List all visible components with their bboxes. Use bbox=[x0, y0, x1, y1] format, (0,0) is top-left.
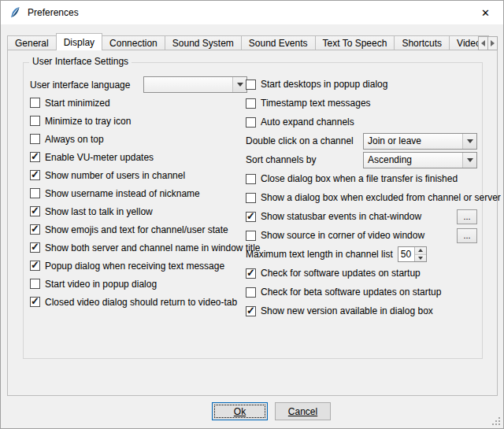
tab-label: Video bbox=[457, 38, 480, 49]
spin-down-icon[interactable] bbox=[415, 255, 426, 262]
checkbox[interactable] bbox=[30, 134, 40, 144]
checkbox-label: Closed video dialog should return to vid… bbox=[45, 297, 237, 308]
resize-grip[interactable] bbox=[491, 416, 501, 426]
checkbox-label: Start minimized bbox=[45, 98, 110, 109]
checkbox-row: Auto expand channels bbox=[246, 113, 477, 131]
group-title: User Interface Settings bbox=[29, 56, 132, 67]
checkbox-row: Start video in popup dialog bbox=[30, 275, 247, 293]
checkbox[interactable] bbox=[30, 261, 40, 271]
checkbox[interactable] bbox=[246, 268, 256, 279]
checkbox[interactable] bbox=[246, 98, 256, 109]
checkbox-label: Start video in popup dialog bbox=[45, 279, 157, 290]
checkbox-label: Check for software updates on startup bbox=[261, 268, 421, 279]
checkbox-row: Check for beta software updates on start… bbox=[246, 283, 477, 301]
checkbox-row: Show new version available in dialog box bbox=[246, 301, 477, 320]
checkbox[interactable] bbox=[30, 297, 40, 307]
sort-channels-combo[interactable]: Ascending bbox=[363, 152, 477, 168]
tab-label: Text To Speech bbox=[323, 38, 387, 49]
checkbox-label: Show username instead of nickname bbox=[45, 188, 200, 199]
checkbox-row: Show emojis and text for channel/user st… bbox=[30, 220, 247, 239]
checkbox[interactable] bbox=[30, 116, 40, 126]
tab-label: Sound System bbox=[172, 38, 234, 49]
checkbox[interactable] bbox=[246, 193, 256, 203]
left-column: User interface language Start minimized bbox=[30, 76, 247, 311]
checkbox-label: Show new version available in dialog box bbox=[261, 305, 433, 316]
checkbox-label: Close dialog box when a file transfer is… bbox=[261, 173, 458, 184]
right-bottom-checkbox-list: Check for software updates on startup Ch… bbox=[246, 264, 477, 320]
checkbox-label: Show a dialog box when excluded from cha… bbox=[261, 192, 501, 203]
checkbox-row: Timestamp text messages bbox=[246, 94, 477, 113]
arrow-left-icon bbox=[481, 40, 485, 46]
checkbox-label: Popup dialog when receiving text message bbox=[45, 261, 224, 272]
dialog-buttons: Ok Cancel bbox=[212, 402, 331, 420]
video-source-more-button[interactable]: ... bbox=[457, 228, 477, 243]
checkbox[interactable] bbox=[246, 117, 256, 128]
title-bar[interactable]: Preferences ✕ bbox=[1, 1, 503, 24]
tab-scroll-right-button[interactable] bbox=[487, 36, 498, 50]
checkbox-label: Always on top bbox=[45, 134, 104, 145]
checkbox-label: Auto expand channels bbox=[261, 116, 354, 128]
close-button[interactable]: ✕ bbox=[468, 1, 503, 24]
checkbox[interactable] bbox=[30, 98, 40, 108]
checkbox-label: Check for beta software updates on start… bbox=[261, 287, 441, 298]
checkbox[interactable] bbox=[30, 224, 40, 235]
checkbox[interactable] bbox=[30, 242, 40, 253]
double-click-combo[interactable]: Join or leave bbox=[363, 133, 477, 150]
checkbox[interactable] bbox=[246, 212, 256, 222]
double-click-row: Double click on a channel Join or leave bbox=[246, 131, 477, 150]
tab[interactable]: Connection bbox=[102, 35, 165, 50]
spinner-buttons bbox=[414, 247, 426, 261]
checkbox-row: Minimize to tray icon bbox=[30, 112, 247, 130]
checkbox-row: Always on top bbox=[30, 130, 247, 148]
language-combo[interactable] bbox=[143, 76, 247, 93]
statusbar-events-more-button[interactable]: ... bbox=[457, 209, 477, 224]
checkbox[interactable] bbox=[246, 306, 256, 316]
tab[interactable]: Sound System bbox=[165, 35, 242, 50]
checkbox-row: Show both server and channel name in win… bbox=[30, 239, 247, 257]
right-column: Start desktops in popup dialog Timestamp… bbox=[246, 75, 477, 320]
checkbox-row: Check for software updates on startup bbox=[246, 264, 477, 283]
tab[interactable]: Sound Events bbox=[241, 35, 316, 50]
checkbox[interactable] bbox=[30, 206, 40, 216]
checkbox[interactable] bbox=[30, 188, 40, 198]
checkbox-label: Timestamp text messages bbox=[261, 98, 371, 109]
max-text-length-label: Maximum text length in channel list bbox=[246, 249, 393, 260]
checkbox[interactable] bbox=[246, 174, 256, 184]
sort-channels-value: Ascending bbox=[364, 154, 462, 165]
checkbox[interactable] bbox=[246, 287, 256, 298]
arrow-right-icon bbox=[491, 40, 495, 46]
tab-bar: General Display Connection Sound System … bbox=[7, 33, 498, 50]
tab[interactable]: Shortcuts bbox=[394, 35, 450, 50]
tab[interactable]: Display bbox=[56, 33, 102, 50]
chevron-down-icon bbox=[462, 153, 476, 168]
checkbox[interactable] bbox=[30, 152, 40, 162]
ok-button[interactable]: Ok bbox=[212, 402, 268, 420]
max-text-length-spinner[interactable]: 50 bbox=[398, 246, 427, 262]
right-mid-checkbox-list: Close dialog box when a file transfer is… bbox=[246, 169, 477, 207]
cancel-button[interactable]: Cancel bbox=[275, 402, 331, 420]
checkbox-row: Enable VU-meter updates bbox=[30, 148, 247, 166]
max-text-length-row: Maximum text length in channel list 50 bbox=[246, 245, 477, 264]
tab[interactable]: General bbox=[7, 35, 57, 50]
checkbox-row: Show a dialog box when excluded from cha… bbox=[246, 188, 477, 207]
checkbox-row: Close dialog box when a file transfer is… bbox=[246, 169, 477, 188]
checkbox-label: Show emojis and text for channel/user st… bbox=[45, 224, 228, 235]
sort-channels-row: Sort channels by Ascending bbox=[246, 150, 477, 169]
checkbox[interactable] bbox=[30, 170, 40, 180]
checkbox-row: Start minimized bbox=[30, 94, 247, 112]
spin-up-icon[interactable] bbox=[415, 247, 426, 255]
window-title: Preferences bbox=[28, 7, 79, 18]
language-label: User interface language bbox=[30, 80, 130, 91]
checkbox[interactable] bbox=[246, 231, 256, 241]
checkbox-row: Show last to talk in yellow bbox=[30, 202, 247, 220]
checkbox-label: Show source in corner of video window bbox=[261, 230, 424, 241]
checkbox-label: Enable VU-meter updates bbox=[45, 152, 154, 163]
tab[interactable]: Text To Speech bbox=[315, 35, 395, 50]
checkbox-label: Minimize to tray icon bbox=[45, 116, 131, 127]
statusbar-events-row: Show statusbar events in chat-window ... bbox=[246, 207, 477, 226]
double-click-label: Double click on a channel bbox=[246, 135, 354, 146]
checkbox[interactable] bbox=[30, 279, 40, 289]
double-click-value: Join or leave bbox=[364, 135, 462, 146]
checkbox-row: Start desktops in popup dialog bbox=[246, 75, 477, 94]
checkbox[interactable] bbox=[246, 80, 256, 90]
